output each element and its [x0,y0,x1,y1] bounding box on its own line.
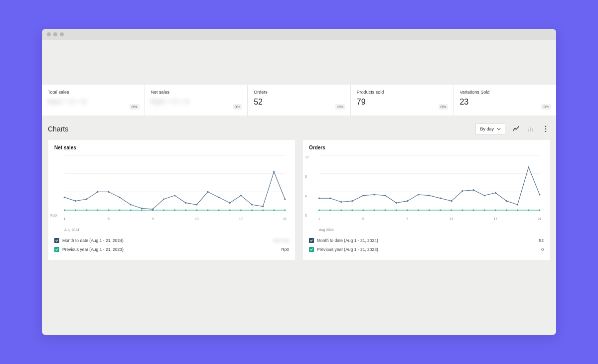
svg-point-42 [174,209,175,211]
x-tick: 17 [239,217,243,221]
legend-row[interactable]: Previous year (Aug 1 - 21, 2023)0 [309,245,544,254]
stat-card[interactable]: Products sold790% [351,85,454,116]
svg-point-82 [362,209,364,211]
x-tick: 21 [283,217,287,221]
svg-point-37 [119,209,120,211]
svg-point-69 [450,200,452,202]
svg-point-27 [240,195,242,196]
legend-checkbox[interactable] [309,238,314,243]
svg-point-24 [207,191,208,193]
x-tick: 1 [318,217,320,221]
svg-point-73 [495,192,496,194]
legend-value: 0 [541,247,544,252]
legend-value: 52 [539,238,544,243]
chevron-down-icon [497,127,501,131]
stat-label: Variations Sold [459,90,550,95]
svg-point-43 [185,209,186,211]
y-tick: Rp0 [50,214,57,217]
x-tick: 13 [195,217,199,221]
svg-point-71 [472,189,474,191]
svg-point-87 [418,209,419,211]
chart-xaxis: 159131721 [54,217,289,229]
svg-point-32 [64,209,65,211]
legend-row[interactable]: Previous year (Aug 1 - 21, 2023)Rp0 [54,245,289,254]
svg-point-11 [64,197,65,198]
legend-checkbox[interactable] [54,247,59,252]
svg-point-15 [108,191,109,193]
y-tick: 12 [305,155,309,159]
svg-point-51 [273,209,275,211]
stat-label: Products sold [357,90,448,95]
stat-change-badge: 0% [439,104,448,110]
stat-card[interactable]: Variations Sold230% [453,85,556,116]
bar-chart-icon[interactable] [526,124,535,133]
x-tick: 5 [362,217,364,221]
legend-label: Previous year (Aug 1 - 21, 2023) [62,247,124,252]
legend-checkbox[interactable] [309,247,314,252]
svg-point-81 [351,209,353,211]
svg-point-72 [484,195,485,196]
svg-point-75 [517,204,518,205]
svg-point-5 [545,128,547,130]
legend-row[interactable]: Month to date (Aug 1 - 21, 2024)52 [309,236,544,245]
legend-value: Rp0 000 [273,238,289,243]
svg-point-13 [86,198,87,200]
svg-point-34 [86,209,87,211]
stat-change-badge: 0% [130,104,140,110]
svg-point-70 [461,190,463,192]
stat-value: 23 [459,98,550,107]
stat-value: Rp0 • 0 • 0 [151,98,242,106]
svg-point-93 [484,209,485,211]
svg-point-96 [517,209,518,211]
svg-point-86 [407,209,408,211]
charts-header: Charts By day [42,116,556,139]
svg-point-16 [119,197,120,198]
more-options-icon[interactable] [541,124,550,133]
svg-rect-1 [528,129,529,131]
interval-select[interactable]: By day [475,123,505,134]
stat-change-badge: 0% [335,104,345,110]
stat-card[interactable]: Orders520% [248,85,351,116]
chart-card-orders: Orders 12840 159131721 Aug 2024 Month to… [302,139,550,260]
svg-point-44 [196,209,197,211]
line-chart-icon[interactable] [511,124,520,133]
header-area [42,40,556,85]
chart-area: Rp0 159131721 Aug 2024 [48,152,295,232]
chart-svg [309,152,544,217]
stat-label: Total sales [48,90,139,95]
titlebar [42,29,556,40]
svg-point-26 [229,202,231,204]
svg-point-22 [185,202,186,204]
app-window: Total salesRp0 • 0 • 00%Net salesRp0 • 0… [42,29,556,335]
svg-point-83 [373,209,375,211]
window-dot [53,32,57,36]
svg-point-62 [373,194,375,195]
svg-point-14 [97,191,98,193]
svg-point-98 [539,209,540,211]
chart-xaxis: 159131721 [309,217,544,229]
svg-point-49 [251,209,253,211]
svg-point-50 [262,209,264,211]
svg-point-61 [362,195,364,196]
charts-controls: By day [475,123,550,134]
svg-point-65 [407,200,408,202]
svg-point-31 [284,198,286,200]
stat-change-badge: 0% [541,104,551,110]
svg-point-90 [450,209,452,211]
svg-point-52 [284,209,286,211]
svg-point-78 [318,209,320,211]
svg-point-23 [196,204,197,205]
chart-grid: Net sales Rp0 159131721 Aug 2024 Month t… [42,139,556,266]
legend-checkbox[interactable] [54,238,59,243]
svg-point-45 [207,209,208,211]
legend-label: Month to date (Aug 1 - 21, 2024) [62,238,124,243]
svg-point-85 [396,209,397,211]
legend-row[interactable]: Month to date (Aug 1 - 21, 2024)Rp0 000 [54,236,289,245]
stat-value: 79 [357,98,448,107]
stat-card[interactable]: Net salesRp0 • 0 • 00% [145,85,248,116]
svg-point-79 [329,209,331,211]
stat-card[interactable]: Total salesRp0 • 0 • 00% [42,85,145,116]
svg-point-58 [329,198,331,199]
chart-title: Orders [303,140,550,152]
svg-point-95 [506,209,507,211]
